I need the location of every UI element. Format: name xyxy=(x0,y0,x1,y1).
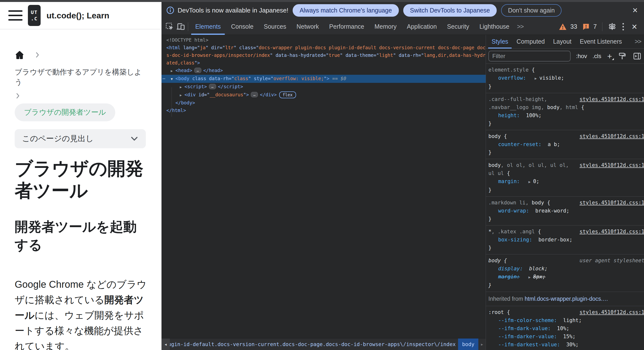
breadcrumb-current-node[interactable]: body xyxy=(458,338,478,350)
devtools-tab-performance[interactable]: Performance xyxy=(324,19,369,35)
infobar-button[interactable]: Don't show again xyxy=(501,4,562,17)
devtools-tab-elements[interactable]: Elements xyxy=(190,19,226,35)
css-property[interactable]: margin: ▶0; xyxy=(488,178,644,186)
collapse-arrow-icon[interactable]: ▼ xyxy=(168,75,176,83)
css-property[interactable]: --ifm-darkest-value: 30%; xyxy=(488,341,644,349)
styles-sidebar: StylesComputedLayoutEvent Listeners >> :… xyxy=(486,35,644,350)
expand-arrow-icon[interactable]: ▶ xyxy=(168,67,176,75)
breadcrumb-scroll-left-icon[interactable]: ◀ xyxy=(162,338,170,350)
devtools-close-icon[interactable]: × xyxy=(630,22,639,31)
doc-content: ブラウザで動作するアプリを構築しよう ブラウザの開発者ツール このページの見出し… xyxy=(0,50,162,350)
dom-tree-node[interactable]: ⋯▼<body class data-rh="class" style="ove… xyxy=(162,75,486,83)
stylesheet-source-link[interactable]: styles.4510f12d.css:1 xyxy=(580,308,644,316)
dom-tree-node[interactable]: ▶<div id="__docusaurus">…</div>flex xyxy=(162,91,486,99)
logo-line2: .C xyxy=(31,16,38,22)
style-rule: styles.4510f12d.css:1:root {--ifm-color-… xyxy=(486,306,644,350)
more-panels-icon[interactable]: >> xyxy=(635,38,644,45)
element-class-toggle[interactable]: .cls xyxy=(592,53,601,60)
dom-tree-node[interactable]: </body> xyxy=(162,99,486,107)
devtools-tab-security[interactable]: Security xyxy=(442,19,474,35)
devtools-infobar: DevTools is now available in Japanese! A… xyxy=(162,2,644,19)
stylesheet-source-link[interactable]: styles.4510f12d.css:1 xyxy=(580,228,644,236)
drag-handle-icon: ⋯ xyxy=(162,75,165,82)
site-title[interactable]: ut.code(); Learn xyxy=(46,11,109,20)
infobar-close-icon[interactable]: × xyxy=(632,6,638,15)
dom-tree-node[interactable]: ▶<script>…</script> xyxy=(162,83,486,91)
issues-icon[interactable] xyxy=(582,23,590,31)
window-top-edge xyxy=(0,0,644,2)
style-rule: user agent stylesheetbody {display: bloc… xyxy=(486,254,644,292)
css-property[interactable]: --ifm-light-value: 15%; xyxy=(488,349,644,350)
paint-roller-icon[interactable] xyxy=(618,52,627,60)
pseudo-state-toggle[interactable]: :hov xyxy=(576,53,587,60)
styles-tab-styles[interactable]: Styles xyxy=(488,35,512,49)
issues-count[interactable]: 7 xyxy=(593,23,597,30)
style-rule: styles.4510f12d.css:1.card--full-height,… xyxy=(486,93,644,130)
devtools-tab-lighthouse[interactable]: Lighthouse xyxy=(474,19,514,35)
settings-gear-icon[interactable] xyxy=(608,22,616,31)
devtools-tab-application[interactable]: Application xyxy=(402,19,442,35)
dom-tree-node[interactable]: </html> xyxy=(162,107,486,114)
devtools-tab-sources[interactable]: Sources xyxy=(259,19,292,35)
breadcrumb-item-current[interactable]: ブラウザの開発者ツール xyxy=(15,103,115,121)
site-logo[interactable]: UT .C xyxy=(28,5,40,26)
breadcrumb-path[interactable]: plugin-id-default.docs-version-current.d… xyxy=(170,338,458,350)
inherited-node-link[interactable]: html.docs-wrapper.plugin-docs.… xyxy=(524,296,608,302)
breadcrumb-scroll-right-icon[interactable]: ▶ xyxy=(478,338,486,350)
stylesheet-source-link[interactable]: styles.4510f12d.css:1 xyxy=(580,95,644,103)
devtools-tab-console[interactable]: Console xyxy=(226,19,259,35)
docs-site-page: UT .C ut.code(); Learn ブラウザで動作するアプリを構築しよ… xyxy=(0,2,162,350)
css-property[interactable]: box-sizing: border-box; xyxy=(488,236,644,244)
stylesheet-source-link[interactable]: styles.4510f12d.css:1 xyxy=(580,199,644,207)
styles-filter-input[interactable] xyxy=(488,51,570,62)
infobar-button[interactable]: Always match Chrome's language xyxy=(293,4,398,17)
inherited-from-row: Inherited from html.docs-wrapper.plugin-… xyxy=(486,292,644,306)
warning-icon[interactable] xyxy=(558,23,567,31)
warning-count[interactable]: 33 xyxy=(570,23,577,30)
css-property[interactable]: overflow: ▶visible; xyxy=(488,74,644,83)
styles-tab-layout[interactable]: Layout xyxy=(549,35,576,49)
css-property[interactable]: margin: ▶8px; xyxy=(488,273,644,281)
css-property[interactable]: display: block; xyxy=(488,265,644,273)
expand-shorthand-icon: ▶ xyxy=(528,275,531,279)
flex-badge[interactable]: flex xyxy=(279,91,296,98)
devtools-tab-network[interactable]: Network xyxy=(292,19,324,35)
expand-arrow-icon[interactable]: ▶ xyxy=(177,91,184,99)
css-property[interactable]: --ifm-darker-value: 15%; xyxy=(488,332,644,341)
expand-arrow-icon[interactable]: ▶ xyxy=(177,83,184,91)
devtools-tab-memory[interactable]: Memory xyxy=(369,19,402,35)
info-icon xyxy=(166,6,174,14)
rule-selector[interactable]: element.style { xyxy=(488,66,644,74)
chevron-right-icon xyxy=(15,93,147,99)
new-style-rule-icon[interactable]: + xyxy=(607,52,612,60)
devtools-panel: DevTools is now available in Japanese! A… xyxy=(162,2,644,350)
stylesheet-source-link[interactable]: styles.4510f12d.css:1 xyxy=(580,161,644,169)
styles-toolbar: :hov .cls + xyxy=(486,49,644,64)
more-tabs-icon[interactable]: >> xyxy=(514,23,526,30)
css-property[interactable]: --ifm-color-scheme: light; xyxy=(488,316,644,324)
home-icon[interactable] xyxy=(15,50,24,60)
infobar-button[interactable]: Switch DevTools to Japanese xyxy=(403,4,497,17)
css-property[interactable]: word-wrap: break-word; xyxy=(488,207,644,215)
inspect-element-icon[interactable] xyxy=(164,21,175,33)
breadcrumb-item-parent[interactable]: ブラウザで動作するアプリを構築しよう xyxy=(15,67,147,87)
device-toolbar-icon[interactable] xyxy=(175,21,186,33)
dom-tree-node[interactable]: ▶<head>…</head> xyxy=(162,67,486,75)
style-rule: styles.4510f12d.css:1*, .katex .angl {bo… xyxy=(486,226,644,254)
css-property[interactable]: height: 100%; xyxy=(488,111,644,120)
toc-dropdown[interactable]: このページの見出し xyxy=(15,129,146,148)
page-title: ブラウザの開発者ツール xyxy=(15,157,152,202)
expand-ellipsis-icon[interactable]: … xyxy=(251,92,258,97)
css-property[interactable]: counter-reset: a b; xyxy=(488,140,644,148)
expand-ellipsis-icon[interactable]: … xyxy=(194,68,201,73)
stylesheet-source-link[interactable]: styles.4510f12d.css:1 xyxy=(580,132,644,140)
expand-ellipsis-icon[interactable]: … xyxy=(209,84,216,89)
css-property[interactable]: --ifm-dark-value: 10%; xyxy=(488,324,644,332)
dom-tree-node[interactable]: <html lang="ja" dir="ltr" class="docs-wr… xyxy=(162,44,486,67)
styles-tab-event-listeners[interactable]: Event Listeners xyxy=(576,35,626,49)
collapse-panel-icon[interactable] xyxy=(633,52,641,60)
kebab-menu-icon[interactable] xyxy=(620,22,626,32)
dom-tree-node[interactable]: <!DOCTYPE html> xyxy=(162,36,486,44)
styles-tab-computed[interactable]: Computed xyxy=(512,35,549,49)
hamburger-menu-button[interactable] xyxy=(8,10,22,21)
